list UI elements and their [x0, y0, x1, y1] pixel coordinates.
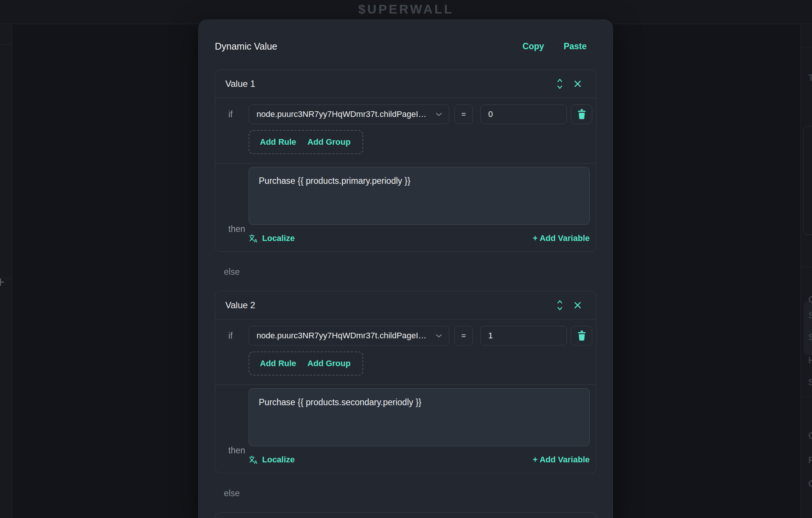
then-value-textarea[interactable]: Purchase {{ products.secondary.periodly …: [249, 388, 590, 446]
clipped-label-fragment: S: [808, 377, 812, 388]
close-icon: [574, 301, 582, 309]
trash-icon: [577, 330, 587, 341]
add-rule-group-box: Add Rule Add Group: [249, 351, 363, 376]
chevron-down-icon: [436, 112, 442, 117]
value-card-2: Value 2: [215, 291, 596, 473]
clipped-label-fragment: S: [808, 310, 812, 321]
condition-field-value: node.puurc3NR7yy7HqWDmr37t.childPageI…: [257, 331, 431, 341]
superwall-logo: $UPERWALL: [358, 2, 454, 17]
divider: [801, 47, 812, 47]
add-rule-group-box: Add Rule Add Group: [249, 130, 363, 154]
divider: [801, 267, 812, 267]
value-card-1: Value 1: [215, 70, 596, 252]
value-card-3-clipped: [215, 512, 596, 518]
condition-field-select[interactable]: node.puurc3NR7yy7HqWDmr37t.childPageI…: [249, 105, 449, 124]
if-row: if node.puurc3NR7yy7HqWDmr37t.childPageI…: [224, 326, 592, 345]
add-group-button[interactable]: Add Group: [308, 137, 351, 147]
localize-row: A Localize + Add Variable: [249, 454, 590, 465]
delete-rule-button[interactable]: [571, 105, 592, 124]
clipped-label-fragment: H: [808, 355, 812, 366]
add-rule-button[interactable]: Add Rule: [260, 137, 296, 147]
clipped-dropzone: [803, 126, 812, 235]
then-label: then: [228, 224, 245, 234]
chevron-down-icon: [436, 334, 442, 338]
clipped-label-fragment: S: [808, 332, 812, 342]
add-variable-button[interactable]: + Add Variable: [533, 455, 590, 465]
add-group-button[interactable]: Add Group: [308, 359, 351, 368]
value-card-title: Value 2: [225, 300, 546, 310]
modal-header: Dynamic Value Copy Paste: [215, 37, 596, 55]
add-variable-button[interactable]: + Add Variable: [533, 233, 590, 243]
if-row: if node.puurc3NR7yy7HqWDmr37t.childPageI…: [224, 105, 592, 124]
translate-icon: A: [249, 455, 258, 465]
clipped-label-fragment: T: [808, 73, 812, 83]
localize-button[interactable]: A Localize: [249, 233, 295, 243]
dynamic-value-modal: Dynamic Value Copy Paste Value 1: [198, 20, 613, 518]
condition-value-input[interactable]: [480, 326, 567, 345]
svg-text:A: A: [254, 238, 257, 243]
localize-label: Localize: [262, 233, 295, 243]
reorder-button[interactable]: [557, 299, 563, 311]
svg-text:A: A: [254, 459, 257, 464]
clipped-panel-card: [804, 301, 812, 355]
if-section: if node.puurc3NR7yy7HqWDmr37t.childPageI…: [215, 98, 596, 163]
then-section: then Purchase {{ products.primary.period…: [215, 163, 596, 251]
clipped-label-fragment: C: [808, 430, 812, 441]
translate-icon: A: [249, 233, 258, 243]
then-section: then Purchase {{ products.secondary.peri…: [215, 385, 596, 473]
reorder-button[interactable]: [557, 78, 563, 90]
condition-field-value: node.puurc3NR7yy7HqWDmr37t.childPageI…: [257, 109, 431, 119]
divider: [0, 44, 12, 45]
divider: [801, 397, 812, 397]
copy-button[interactable]: Copy: [522, 41, 544, 51]
clipped-label-fragment: F: [808, 455, 812, 465]
condition-value-input[interactable]: [480, 105, 567, 124]
operator-button[interactable]: =: [454, 326, 473, 345]
left-rail: +: [0, 24, 12, 518]
condition-field-select[interactable]: node.puurc3NR7yy7HqWDmr37t.childPageI…: [249, 326, 449, 345]
if-label: if: [228, 331, 240, 341]
if-label: if: [228, 109, 240, 120]
value-card-header: Value 2: [215, 291, 596, 320]
chevrons-up-down-icon: [557, 78, 563, 90]
localize-row: A Localize + Add Variable: [249, 232, 590, 244]
chevrons-up-down-icon: [557, 299, 563, 311]
delete-rule-button[interactable]: [571, 326, 592, 345]
then-value-textarea[interactable]: Purchase {{ products.primary.periodly }}: [249, 167, 590, 225]
paste-button[interactable]: Paste: [564, 41, 587, 51]
trash-icon: [577, 109, 587, 120]
localize-button[interactable]: A Localize: [249, 455, 295, 465]
close-button[interactable]: [574, 80, 582, 88]
screen: $UPERWALL + T C S S H S C F C Dynamic Va…: [0, 0, 812, 518]
clipped-label-fragment: C: [808, 479, 812, 489]
operator-button[interactable]: =: [454, 105, 473, 124]
add-rule-button[interactable]: Add Rule: [260, 359, 296, 368]
modal-actions: Copy Paste: [522, 41, 587, 51]
modal-title: Dynamic Value: [215, 41, 277, 52]
add-node-button[interactable]: +: [0, 275, 5, 289]
localize-label: Localize: [262, 455, 295, 465]
close-icon: [574, 80, 582, 88]
clipped-label-fragment: C: [808, 294, 812, 305]
close-button[interactable]: [574, 301, 582, 309]
right-rail: T C S S H S C F C: [800, 24, 812, 518]
else-label: else: [224, 488, 596, 498]
then-label: then: [228, 445, 245, 456]
value-card-title: Value 1: [225, 79, 546, 89]
value-card-header: Value 1: [215, 70, 596, 98]
else-label: else: [224, 267, 596, 277]
if-section: if node.puurc3NR7yy7HqWDmr37t.childPageI…: [215, 320, 596, 385]
